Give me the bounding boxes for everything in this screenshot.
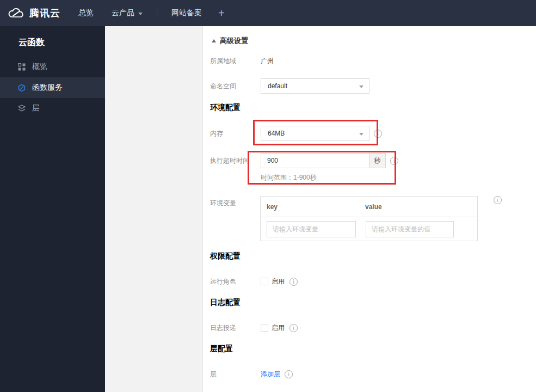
sidebar-item-function-service[interactable]: 函数服务 bbox=[0, 77, 105, 98]
envvar-key-header: key bbox=[267, 203, 365, 211]
memory-dropdown[interactable]: 64MB bbox=[261, 126, 369, 141]
namespace-row: 命名空间 default bbox=[203, 78, 536, 94]
log-delivery-row: 日志投递 启用 i bbox=[203, 323, 536, 333]
run-role-row: 运行角色 启用 i bbox=[203, 277, 536, 286]
log-delivery-enable-label: 启用 bbox=[272, 323, 285, 333]
envvar-key-input[interactable] bbox=[267, 221, 356, 237]
layer-info-icon[interactable]: i bbox=[285, 370, 293, 378]
layer-label: 层 bbox=[210, 370, 261, 379]
log-delivery-info-icon[interactable]: i bbox=[289, 324, 298, 332]
memory-info-icon[interactable]: i bbox=[374, 130, 382, 138]
namespace-dropdown[interactable]: default bbox=[261, 78, 369, 94]
envvar-table: key value bbox=[260, 196, 478, 241]
env-config-section-title: 环境配置 bbox=[210, 103, 241, 113]
scf-hexagon-icon bbox=[18, 84, 26, 91]
timeout-info-icon[interactable]: i bbox=[390, 157, 398, 165]
layer-config-section-title: 层配置 bbox=[210, 344, 233, 354]
run-role-label: 运行角色 bbox=[210, 277, 261, 286]
chevron-up-icon bbox=[212, 39, 216, 42]
advanced-settings-label: 高级设置 bbox=[220, 36, 248, 46]
envvar-value-input[interactable] bbox=[366, 221, 454, 237]
brand-logo[interactable]: 腾讯云 bbox=[8, 7, 60, 20]
envvar-table-header: key value bbox=[261, 197, 477, 217]
sidebar-item-layers-label: 层 bbox=[32, 103, 40, 113]
layer-row: 层 添加层 i bbox=[203, 369, 536, 379]
envvar-value-header: value bbox=[365, 203, 382, 211]
nav-item-cloud-products[interactable]: 云产品 bbox=[112, 8, 143, 18]
sidebar-title: 云函数 bbox=[0, 26, 105, 57]
timeout-input[interactable] bbox=[261, 153, 369, 168]
timeout-label: 执行超时时间 bbox=[210, 156, 261, 166]
perm-config-section-title: 权限配置 bbox=[210, 252, 241, 261]
memory-row: 内存 64MB i bbox=[203, 126, 536, 141]
sidebar-item-function-service-label: 函数服务 bbox=[32, 83, 63, 93]
sidebar-item-layers[interactable]: 层 bbox=[0, 98, 105, 119]
run-role-info-icon[interactable]: i bbox=[289, 278, 298, 286]
top-navbar: 腾讯云 总览 云产品 网站备案 + bbox=[0, 0, 536, 26]
envvar-table-row bbox=[261, 217, 477, 241]
envvar-info-icon[interactable]: i bbox=[494, 196, 502, 204]
region-value: 广州 bbox=[261, 57, 274, 66]
nav-item-icp[interactable]: 网站备案 bbox=[171, 8, 202, 18]
main-content: 高级设置 所属地域 广州 命名空间 default 环境配置 内存 64MB i bbox=[202, 26, 536, 392]
sidebar-item-overview-label: 概览 bbox=[32, 62, 47, 72]
chevron-down-icon bbox=[359, 85, 364, 88]
log-config-section-title: 日志配置 bbox=[210, 298, 241, 308]
envvar-label: 环境变量 bbox=[210, 199, 261, 208]
nav-add-tab-button[interactable]: + bbox=[218, 7, 225, 20]
log-delivery-label: 日志投递 bbox=[210, 323, 261, 333]
chevron-down-icon bbox=[359, 133, 364, 136]
namespace-dropdown-value: default bbox=[268, 82, 287, 90]
grid-icon bbox=[18, 63, 26, 71]
memory-dropdown-value: 64MB bbox=[268, 130, 285, 137]
nav-item-cloud-products-label: 云产品 bbox=[112, 8, 134, 18]
add-layer-link[interactable]: 添加层 bbox=[261, 370, 280, 379]
sidebar-item-overview[interactable]: 概览 bbox=[0, 57, 105, 77]
region-label: 所属地域 bbox=[210, 57, 261, 66]
run-role-enable-label: 启用 bbox=[272, 277, 285, 286]
app-root: 腾讯云 总览 云产品 网站备案 + 云函数 概览 bbox=[0, 0, 536, 392]
layers-icon bbox=[18, 105, 26, 112]
timeout-hint: 时间范围：1-900秒 bbox=[261, 173, 317, 182]
run-role-checkbox[interactable] bbox=[261, 278, 268, 285]
timeout-input-group: 秒 bbox=[261, 153, 386, 168]
log-delivery-checkbox[interactable] bbox=[261, 324, 268, 332]
brand-name: 腾讯云 bbox=[29, 7, 60, 20]
namespace-label: 命名空间 bbox=[210, 82, 261, 91]
nav-divider bbox=[157, 8, 157, 18]
timeout-row: 执行超时时间 秒 i bbox=[203, 153, 536, 168]
secondary-panel bbox=[105, 26, 202, 392]
nav-item-overview[interactable]: 总览 bbox=[78, 8, 94, 18]
advanced-settings-toggle[interactable]: 高级设置 bbox=[212, 36, 248, 46]
timeout-unit-addon: 秒 bbox=[369, 153, 386, 168]
region-row: 所属地域 广州 bbox=[203, 56, 536, 66]
sidebar: 云函数 概览 函数服务 bbox=[0, 26, 105, 392]
memory-label: 内存 bbox=[210, 129, 261, 138]
chevron-down-icon bbox=[138, 13, 143, 15]
tencent-cloud-icon bbox=[8, 7, 25, 20]
